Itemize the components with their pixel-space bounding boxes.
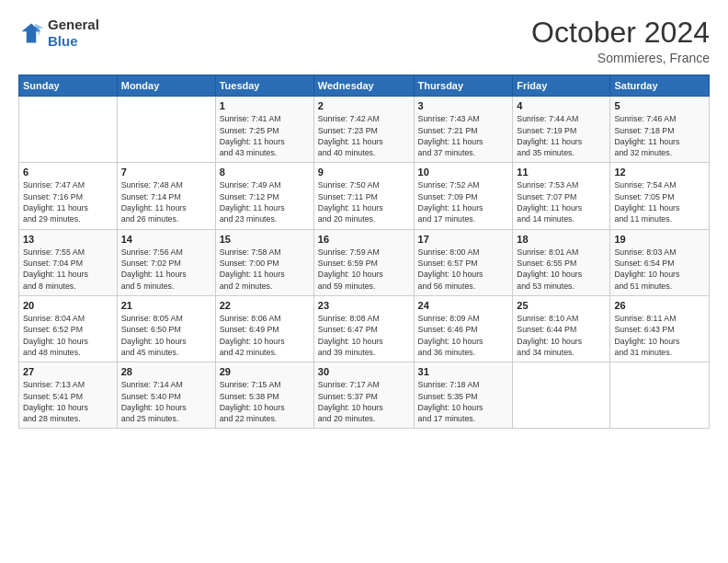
day-cell: 14Sunrise: 7:56 AMSunset: 7:02 PMDayligh…	[117, 229, 215, 295]
day-info: Sunrise: 8:08 AMSunset: 6:47 PMDaylight:…	[318, 313, 410, 358]
day-info: Sunrise: 8:09 AMSunset: 6:46 PMDaylight:…	[418, 313, 509, 358]
col-monday: Monday	[117, 75, 215, 97]
day-cell: 26Sunrise: 8:11 AMSunset: 6:43 PMDayligh…	[610, 295, 710, 362]
day-cell: 5Sunrise: 7:46 AMSunset: 7:18 PMDaylight…	[610, 97, 710, 163]
day-info: Sunrise: 8:11 AMSunset: 6:43 PMDaylight:…	[614, 313, 705, 358]
day-info: Sunrise: 8:03 AMSunset: 6:54 PMDaylight:…	[614, 247, 705, 292]
day-info: Sunrise: 7:41 AMSunset: 7:25 PMDaylight:…	[220, 113, 310, 158]
day-cell: 25Sunrise: 8:10 AMSunset: 6:44 PMDayligh…	[513, 295, 610, 362]
day-number: 22	[220, 300, 310, 311]
col-thursday: Thursday	[414, 75, 513, 97]
day-cell: 10Sunrise: 7:52 AMSunset: 7:09 PMDayligh…	[414, 163, 513, 229]
day-info: Sunrise: 7:56 AMSunset: 7:02 PMDaylight:…	[121, 247, 211, 292]
week-row-5: 27Sunrise: 7:13 AMSunset: 5:41 PMDayligh…	[19, 362, 710, 429]
day-cell: 1Sunrise: 7:41 AMSunset: 7:25 PMDaylight…	[215, 97, 313, 163]
logo-blue: Blue	[48, 33, 78, 49]
day-cell: 11Sunrise: 7:53 AMSunset: 7:07 PMDayligh…	[513, 163, 610, 229]
day-info: Sunrise: 7:54 AMSunset: 7:05 PMDaylight:…	[614, 179, 705, 224]
day-info: Sunrise: 7:46 AMSunset: 7:18 PMDaylight:…	[614, 113, 705, 158]
day-number: 27	[23, 366, 113, 377]
day-number: 8	[220, 167, 310, 178]
day-cell: 18Sunrise: 8:01 AMSunset: 6:55 PMDayligh…	[513, 229, 610, 295]
day-info: Sunrise: 8:06 AMSunset: 6:49 PMDaylight:…	[220, 313, 310, 358]
day-number: 9	[318, 167, 410, 178]
day-info: Sunrise: 7:49 AMSunset: 7:12 PMDaylight:…	[220, 179, 310, 224]
day-info: Sunrise: 7:58 AMSunset: 7:00 PMDaylight:…	[220, 247, 310, 292]
col-sunday: Sunday	[19, 75, 118, 97]
day-number: 1	[220, 100, 310, 111]
day-number: 17	[418, 234, 509, 245]
day-number: 14	[121, 234, 211, 245]
day-cell	[19, 97, 118, 163]
calendar-body: 1Sunrise: 7:41 AMSunset: 7:25 PMDaylight…	[19, 97, 710, 429]
day-number: 10	[418, 167, 509, 178]
day-number: 31	[418, 366, 509, 377]
day-cell: 6Sunrise: 7:47 AMSunset: 7:16 PMDaylight…	[19, 163, 118, 229]
day-number: 23	[318, 300, 410, 311]
day-cell: 22Sunrise: 8:06 AMSunset: 6:49 PMDayligh…	[215, 295, 313, 362]
day-cell: 16Sunrise: 7:59 AMSunset: 6:59 PMDayligh…	[313, 229, 414, 295]
day-info: Sunrise: 8:10 AMSunset: 6:44 PMDaylight:…	[517, 313, 606, 358]
day-info: Sunrise: 7:50 AMSunset: 7:11 PMDaylight:…	[318, 179, 410, 224]
day-number: 5	[614, 100, 705, 111]
day-info: Sunrise: 7:18 AMSunset: 5:35 PMDaylight:…	[418, 379, 509, 424]
day-cell: 27Sunrise: 7:13 AMSunset: 5:41 PMDayligh…	[19, 362, 118, 429]
day-number: 25	[517, 300, 606, 311]
day-info: Sunrise: 7:44 AMSunset: 7:19 PMDaylight:…	[517, 113, 606, 158]
day-info: Sunrise: 8:04 AMSunset: 6:52 PMDaylight:…	[23, 313, 113, 358]
calendar-page: General Blue October 2024 Sommieres, Fra…	[0, 0, 728, 563]
day-info: Sunrise: 7:55 AMSunset: 7:04 PMDaylight:…	[23, 247, 113, 292]
day-number: 4	[517, 100, 606, 111]
day-cell: 30Sunrise: 7:17 AMSunset: 5:37 PMDayligh…	[313, 362, 414, 429]
day-cell: 23Sunrise: 8:08 AMSunset: 6:47 PMDayligh…	[313, 295, 414, 362]
logo: General Blue	[18, 17, 99, 50]
day-number: 16	[318, 234, 410, 245]
day-number: 29	[220, 366, 310, 377]
col-saturday: Saturday	[610, 75, 710, 97]
day-number: 28	[121, 366, 211, 377]
day-number: 6	[23, 167, 113, 178]
day-info: Sunrise: 7:52 AMSunset: 7:09 PMDaylight:…	[418, 179, 509, 224]
calendar-header: Sunday Monday Tuesday Wednesday Thursday…	[19, 75, 710, 97]
day-info: Sunrise: 8:05 AMSunset: 6:50 PMDaylight:…	[121, 313, 211, 358]
header: General Blue October 2024 Sommieres, Fra…	[18, 17, 710, 65]
logo-icon	[18, 20, 44, 46]
day-number: 30	[318, 366, 410, 377]
day-info: Sunrise: 7:15 AMSunset: 5:38 PMDaylight:…	[220, 379, 310, 424]
day-number: 3	[418, 100, 509, 111]
day-number: 19	[614, 234, 705, 245]
day-number: 24	[418, 300, 509, 311]
week-row-4: 20Sunrise: 8:04 AMSunset: 6:52 PMDayligh…	[19, 295, 710, 362]
logo-text: General Blue	[48, 17, 99, 50]
day-cell: 29Sunrise: 7:15 AMSunset: 5:38 PMDayligh…	[215, 362, 313, 429]
day-cell: 2Sunrise: 7:42 AMSunset: 7:23 PMDaylight…	[313, 97, 414, 163]
day-info: Sunrise: 7:13 AMSunset: 5:41 PMDaylight:…	[23, 379, 113, 424]
week-row-1: 1Sunrise: 7:41 AMSunset: 7:25 PMDaylight…	[19, 97, 710, 163]
day-number: 12	[614, 167, 705, 178]
day-cell: 9Sunrise: 7:50 AMSunset: 7:11 PMDaylight…	[313, 163, 414, 229]
day-cell: 21Sunrise: 8:05 AMSunset: 6:50 PMDayligh…	[117, 295, 215, 362]
day-cell: 17Sunrise: 8:00 AMSunset: 6:57 PMDayligh…	[414, 229, 513, 295]
day-info: Sunrise: 7:48 AMSunset: 7:14 PMDaylight:…	[121, 179, 211, 224]
day-cell: 24Sunrise: 8:09 AMSunset: 6:46 PMDayligh…	[414, 295, 513, 362]
day-cell: 19Sunrise: 8:03 AMSunset: 6:54 PMDayligh…	[610, 229, 710, 295]
day-cell	[610, 362, 710, 429]
day-number: 21	[121, 300, 211, 311]
col-friday: Friday	[513, 75, 610, 97]
week-row-2: 6Sunrise: 7:47 AMSunset: 7:16 PMDaylight…	[19, 163, 710, 229]
day-cell: 28Sunrise: 7:14 AMSunset: 5:40 PMDayligh…	[117, 362, 215, 429]
day-cell	[117, 97, 215, 163]
day-info: Sunrise: 7:59 AMSunset: 6:59 PMDaylight:…	[318, 247, 410, 292]
location: Sommieres, France	[531, 51, 710, 65]
day-info: Sunrise: 7:47 AMSunset: 7:16 PMDaylight:…	[23, 179, 113, 224]
day-number: 18	[517, 234, 606, 245]
day-cell: 12Sunrise: 7:54 AMSunset: 7:05 PMDayligh…	[610, 163, 710, 229]
day-cell: 15Sunrise: 7:58 AMSunset: 7:00 PMDayligh…	[215, 229, 313, 295]
day-info: Sunrise: 7:43 AMSunset: 7:21 PMDaylight:…	[418, 113, 509, 158]
day-cell: 7Sunrise: 7:48 AMSunset: 7:14 PMDaylight…	[117, 163, 215, 229]
logo-general: General	[48, 17, 99, 32]
day-info: Sunrise: 8:01 AMSunset: 6:55 PMDaylight:…	[517, 247, 606, 292]
calendar-table: Sunday Monday Tuesday Wednesday Thursday…	[18, 75, 710, 429]
day-info: Sunrise: 7:17 AMSunset: 5:37 PMDaylight:…	[318, 379, 410, 424]
day-info: Sunrise: 7:53 AMSunset: 7:07 PMDaylight:…	[517, 179, 606, 224]
